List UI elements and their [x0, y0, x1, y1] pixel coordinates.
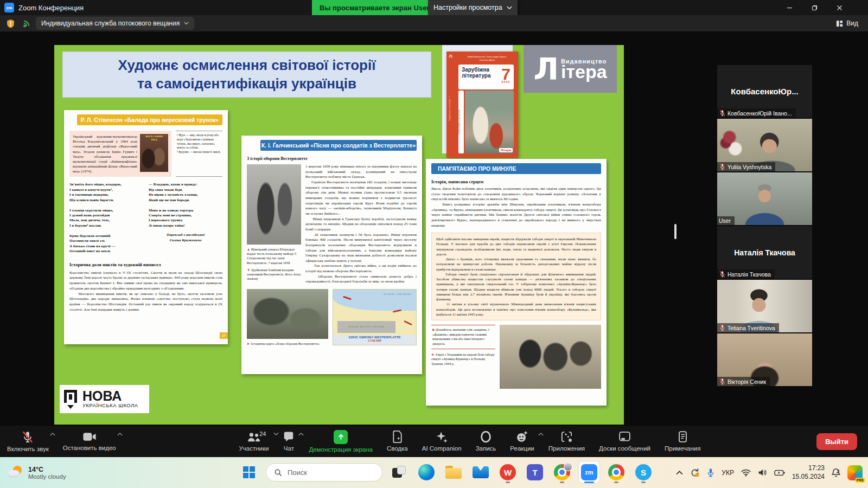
screen-share-banner: Вы просматриваете экран User: [312, 0, 437, 15]
page3-task-box: ■ Дізнайтесь значення слів «нацизм» і «ф…: [431, 325, 495, 349]
map-title-band: SZKIC OBRONY WESTERPLATTE1-7.09.1939: [333, 335, 416, 345]
view-layout-button[interactable]: Вид: [836, 17, 858, 30]
participants-count: 24: [259, 431, 266, 437]
page1-body-text: Королівство пиктів існувало в V–IX столі…: [69, 271, 222, 313]
teams-button[interactable]: T: [525, 461, 545, 483]
maximize-button[interactable]: [802, 0, 827, 15]
edge-app-button[interactable]: [416, 461, 437, 483]
textbook-page-memory: ПАМ'ЯТАЄМО ПРО МИНУЛЕ Історія, написана …: [426, 159, 607, 406]
volume-icon[interactable]: [758, 468, 767, 477]
taskbar-search[interactable]: Поиск: [266, 463, 382, 481]
live-stream-icon[interactable]: [23, 20, 30, 27]
task-view-button[interactable]: [389, 461, 410, 483]
reactions-button[interactable]: Реакции: [503, 426, 541, 457]
page1-section-heading: Історична доля пиктів та художній вимисе…: [69, 262, 222, 267]
participant-tile-tveritinova[interactable]: Tetiana Tveritinova: [717, 280, 812, 332]
page3-section-heading: Історія, написана серцем: [431, 179, 601, 184]
participant-tile-yuliia[interactable]: Yuliia Vyshnytska: [717, 119, 812, 171]
caret-icon[interactable]: [117, 432, 123, 436]
page2-section-heading: З історії оборони Вестерплятте: [247, 156, 417, 161]
participant-tile-user-active[interactable]: User: [717, 172, 812, 225]
mic-muted-icon: [21, 431, 34, 444]
tray-expand-icon[interactable]: [676, 470, 683, 475]
page2-body-text: 1 вересня 1939 року німецька піхота за п…: [305, 164, 417, 285]
mail-app-button[interactable]: [470, 461, 491, 483]
share-screen-icon: [334, 430, 348, 444]
chat-button[interactable]: Чат: [276, 426, 302, 457]
page1-infobox: ВЕРЕСОВИЙ МЕД Український художник-мульт…: [69, 131, 171, 177]
summary-button[interactable]: Сводка: [380, 426, 415, 457]
search-icon: [274, 468, 282, 477]
system-tray: УКР 17:23 15.05.2024 PRE: [676, 457, 863, 488]
book-authors: Юрій Ковбасенко, Олександра Гераси, Світ…: [462, 55, 512, 61]
page3-body-text: Якось Джон Бойн побачив двох хлопчиків, …: [431, 187, 601, 228]
participant-label: Tetiana Tveritinova: [717, 323, 779, 332]
presentation-slide: Художнє осмислення світової історії та с…: [54, 45, 624, 425]
apps-button[interactable]: Приложения: [541, 426, 592, 457]
whiteboard-icon: [618, 431, 631, 443]
security-shield-icon[interactable]: [7, 19, 15, 28]
close-button[interactable]: [827, 0, 852, 15]
view-settings-button[interactable]: Настройки просмотра: [428, 0, 518, 15]
clock-widget[interactable]: 17:23 15.05.2024: [792, 464, 825, 481]
copilot-button[interactable]: PRE: [847, 465, 863, 480]
page-number-badge: 27: [220, 332, 228, 339]
apps-icon: [560, 431, 573, 443]
minimize-button[interactable]: [777, 0, 802, 15]
zoom-app-button[interactable]: zm: [579, 461, 599, 483]
wifi-icon[interactable]: [741, 469, 751, 477]
mic-muted-icon: [719, 324, 726, 331]
page3-header-band: ПАМ'ЯТАЄМО ПРО МИНУЛЕ: [431, 163, 601, 174]
participant-tile-tkachova[interactable]: Наталія Ткачова Наталія Ткачова: [717, 226, 812, 279]
meeting-info-bar: Индивидуальная служба потокового вещания…: [0, 15, 868, 31]
unmute-button[interactable]: Включить звук: [0, 426, 56, 457]
skype-button[interactable]: S: [633, 461, 654, 483]
mic-muted-icon: [719, 378, 726, 385]
photo-caption-2: ▼ Зруйновані бомбами казарми захисників …: [247, 268, 301, 281]
participants-icon: [247, 431, 260, 443]
start-button[interactable]: [239, 461, 259, 483]
chrome-profile-button[interactable]: [552, 461, 572, 483]
whiteboards-button[interactable]: Доски сообщений: [592, 426, 658, 457]
nush-line1: НОВА: [82, 390, 138, 402]
record-button[interactable]: Запись: [469, 426, 503, 457]
chevron-down-icon: [184, 22, 189, 25]
battery-icon[interactable]: [774, 470, 785, 476]
weather-desc: Mostly cloudy: [28, 473, 66, 480]
wps-office-button[interactable]: W: [497, 461, 518, 483]
participant-label: Наталія Ткачова: [717, 269, 775, 279]
participant-tile-senyk[interactable]: Вікторія Сеник: [717, 333, 812, 386]
participants-button[interactable]: Участники 24: [232, 426, 276, 457]
stop-video-button[interactable]: Остановить видео: [56, 426, 123, 457]
file-explorer-button[interactable]: [443, 461, 464, 483]
wps-icon: W: [500, 464, 516, 480]
streaming-service-dropdown[interactable]: Индивидуальная служба потокового вещания: [36, 17, 194, 30]
mic-muted-icon: [719, 271, 726, 278]
notifications-bell-icon[interactable]: [832, 468, 840, 477]
book-series-strip: НОВА УКРАЇНСЬКА ШКОЛА: [458, 91, 464, 153]
sync-status-icon[interactable]: [690, 468, 700, 478]
weather-widget[interactable]: 14°C Mostly cloudy: [8, 466, 66, 480]
skype-icon: S: [635, 464, 652, 480]
book-grade: 7КЛАС: [501, 67, 510, 83]
ai-companion-button[interactable]: AI Companion: [415, 426, 469, 457]
chevron-down-icon: [507, 6, 512, 10]
tray-time: 17:23: [792, 464, 825, 473]
video-camera-icon: [82, 431, 97, 442]
weather-temp: 14°C: [28, 466, 66, 473]
language-indicator[interactable]: УКР: [722, 469, 734, 477]
westerplatte-defense-map: ZATOKA GDAŃSKA WOLNE MIASTO GDAŃSK SZKIC…: [333, 289, 417, 345]
participant-tile-kovbasenko[interactable]: КовбасенкоЮр... КовбасенкоЮрій Івано...: [717, 65, 812, 118]
chrome-button[interactable]: [606, 461, 627, 483]
page1-footnotes: ¹ Нурт — вир, місце в річці або морі з б…: [176, 131, 222, 177]
book-title-panel: Зарубіжна література 7КЛАС: [458, 65, 514, 89]
tray-mic-icon[interactable]: [707, 468, 714, 478]
caret-icon[interactable]: [50, 432, 55, 436]
edge-icon: [418, 464, 435, 480]
leave-meeting-button[interactable]: Выйти: [816, 433, 857, 450]
notes-button[interactable]: Примечания: [658, 426, 707, 457]
share-screen-button[interactable]: Демонстрация экрана: [302, 426, 380, 457]
record-icon: [480, 431, 492, 443]
chrome-icon: [608, 464, 624, 480]
scrollbar-thumb[interactable]: [674, 224, 676, 239]
